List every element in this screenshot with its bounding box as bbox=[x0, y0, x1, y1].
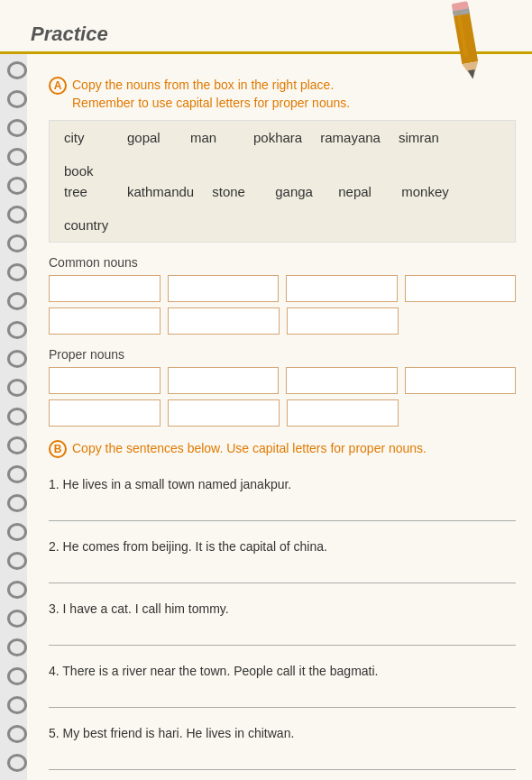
section-b-label: B Copy the sentences below. Use capital … bbox=[49, 439, 516, 468]
common-noun-box-4[interactable] bbox=[405, 275, 517, 302]
sentence-2-text: 2. He comes from beijing. It is the capi… bbox=[49, 537, 516, 556]
sentence-item-5: 5. My best friend is hari. He lives in c… bbox=[49, 724, 516, 770]
spiral-ring bbox=[7, 90, 27, 108]
common-nouns-grid bbox=[49, 275, 516, 335]
spiral-ring bbox=[7, 754, 27, 772]
word-book: book bbox=[64, 163, 109, 179]
write-line-5 bbox=[49, 752, 516, 770]
spiral-ring bbox=[7, 177, 27, 195]
pencil-icon bbox=[436, 0, 499, 85]
spiral-ring bbox=[7, 725, 27, 743]
spiral-ring bbox=[7, 696, 27, 714]
sentence-item-3: 3. I have a cat. I call him tommy. bbox=[49, 600, 516, 646]
proper-nouns-section: Proper nouns bbox=[49, 347, 516, 427]
common-noun-box-3[interactable] bbox=[286, 275, 398, 302]
spiral-ring bbox=[7, 552, 27, 570]
proper-nouns-grid bbox=[49, 367, 516, 427]
section-a: A Copy the nouns from the box in the rig… bbox=[49, 76, 516, 427]
common-nouns-row-1 bbox=[49, 275, 516, 302]
word-gopal: gopal bbox=[127, 130, 172, 145]
spiral-ring bbox=[7, 148, 27, 166]
sentence-5-text: 5. My best friend is hari. He lives in c… bbox=[49, 724, 516, 743]
proper-noun-box-7[interactable] bbox=[287, 399, 399, 427]
common-noun-box-1[interactable] bbox=[49, 275, 161, 302]
spiral-ring bbox=[7, 494, 27, 512]
sentence-1-text: 1. He lives in a small town named janakp… bbox=[49, 475, 516, 494]
sentence-3-text: 3. I have a cat. I call him tommy. bbox=[49, 600, 516, 619]
write-line-1 bbox=[49, 503, 516, 521]
proper-noun-box-1[interactable] bbox=[49, 367, 161, 394]
spiral-ring bbox=[7, 667, 27, 685]
word-kathmandu: kathmandu bbox=[127, 184, 194, 199]
word-country: country bbox=[64, 217, 109, 233]
write-line-4 bbox=[49, 690, 516, 708]
spiral-binding bbox=[0, 54, 34, 780]
word-nepal: nepal bbox=[338, 184, 383, 199]
instruction-line1: Copy the nouns from the box in the right… bbox=[72, 78, 334, 92]
word-stone: stone bbox=[212, 184, 257, 199]
spiral-ring bbox=[7, 638, 27, 656]
write-line-3 bbox=[49, 628, 516, 646]
word-ramayana: ramayana bbox=[320, 130, 381, 145]
section-b-instruction: Copy the sentences below. Use capital le… bbox=[72, 439, 427, 457]
spiral-ring bbox=[7, 610, 27, 628]
proper-noun-box-4[interactable] bbox=[405, 367, 517, 394]
section-a-instruction: Copy the nouns from the box in the right… bbox=[72, 76, 350, 113]
common-nouns-label: Common nouns bbox=[49, 255, 516, 270]
common-nouns-row-2 bbox=[49, 307, 516, 335]
common-noun-box-7[interactable] bbox=[287, 307, 399, 335]
word-row-1: city gopal man pokhara ramayana simran b… bbox=[64, 130, 500, 179]
common-noun-box-6[interactable] bbox=[168, 307, 280, 335]
sentence-item-1: 1. He lives in a small town named janakp… bbox=[49, 475, 516, 521]
word-ganga: ganga bbox=[275, 184, 320, 199]
proper-nouns-row-1 bbox=[49, 367, 516, 394]
word-monkey: monkey bbox=[401, 184, 449, 199]
common-noun-box-2[interactable] bbox=[168, 275, 280, 302]
proper-nouns-row-2 bbox=[49, 399, 516, 427]
spiral-ring bbox=[7, 581, 27, 599]
spiral-ring bbox=[7, 379, 27, 397]
spiral-ring bbox=[7, 321, 27, 339]
spiral-ring bbox=[7, 206, 27, 224]
spiral-ring bbox=[7, 263, 27, 281]
pencil-decoration bbox=[442, 0, 496, 81]
word-tree: tree bbox=[64, 184, 109, 199]
word-simran: simran bbox=[399, 130, 444, 145]
common-noun-box-5[interactable] bbox=[49, 307, 161, 335]
circle-a: A bbox=[49, 77, 67, 95]
spiral-ring bbox=[7, 350, 27, 368]
proper-noun-box-5[interactable] bbox=[49, 399, 161, 427]
page-title: Practice bbox=[31, 23, 108, 46]
proper-noun-box-6[interactable] bbox=[168, 399, 280, 427]
circle-b: B bbox=[49, 440, 67, 458]
page-content: A Copy the nouns from the box in the rig… bbox=[27, 54, 532, 780]
word-row-2: tree kathmandu stone ganga nepal monkey … bbox=[64, 184, 500, 233]
section-b: B Copy the sentences below. Use capital … bbox=[49, 439, 516, 770]
proper-noun-box-2[interactable] bbox=[168, 367, 280, 394]
sentence-4-text: 4. There is a river near the town. Peopl… bbox=[49, 662, 516, 681]
write-line-2 bbox=[49, 565, 516, 583]
section-a-label: A Copy the nouns from the box in the rig… bbox=[49, 76, 516, 113]
sentence-item-2: 2. He comes from beijing. It is the capi… bbox=[49, 537, 516, 583]
spiral-ring bbox=[7, 292, 27, 310]
spiral-ring bbox=[7, 465, 27, 483]
spiral-ring bbox=[7, 436, 27, 454]
proper-noun-box-3[interactable] bbox=[286, 367, 398, 394]
word-pokhara: pokhara bbox=[253, 130, 302, 145]
word-box: city gopal man pokhara ramayana simran b… bbox=[49, 120, 516, 243]
spiral-ring bbox=[7, 408, 27, 426]
spiral-ring bbox=[7, 234, 27, 252]
proper-nouns-label: Proper nouns bbox=[49, 347, 516, 362]
word-city: city bbox=[64, 130, 109, 145]
spiral-ring bbox=[7, 61, 27, 79]
word-man: man bbox=[190, 130, 235, 145]
spiral-ring bbox=[7, 119, 27, 137]
sentence-item-4: 4. There is a river near the town. Peopl… bbox=[49, 662, 516, 708]
spiral-ring bbox=[7, 523, 27, 541]
common-nouns-section: Common nouns bbox=[49, 255, 516, 335]
instruction-line2: Remember to use capital letters for prop… bbox=[72, 96, 350, 110]
